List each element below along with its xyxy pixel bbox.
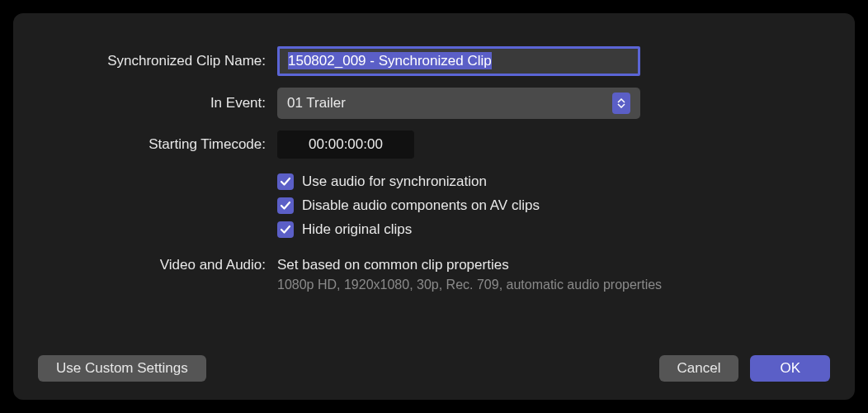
timecode-field [277, 131, 830, 159]
video-audio-label: Video and Audio: [38, 257, 277, 273]
checkboxes-row: Use audio for synchronization Disable au… [38, 170, 830, 245]
timecode-label: Starting Timecode: [38, 136, 277, 153]
use-custom-settings-button[interactable]: Use Custom Settings [38, 355, 206, 382]
disable-audio-checkbox[interactable] [277, 197, 294, 214]
checkmark-icon [280, 176, 291, 188]
checkmark-icon [280, 224, 291, 235]
in-event-field: 01 Trailer [277, 88, 830, 119]
disable-audio-checkbox-row[interactable]: Disable audio components on AV clips [277, 197, 830, 214]
clip-name-value: 150802_009 - Synchronized Clip [288, 52, 492, 69]
ok-button[interactable]: OK [750, 355, 830, 382]
video-audio-row: Video and Audio: Set based on common cli… [38, 257, 830, 292]
disable-audio-label: Disable audio components on AV clips [302, 197, 540, 214]
button-bar-right: Cancel OK [659, 355, 830, 382]
clip-name-label: Synchronized Clip Name: [38, 53, 277, 69]
timecode-input[interactable] [277, 131, 414, 159]
in-event-label: In Event: [38, 95, 277, 112]
up-down-arrows-icon [612, 93, 630, 114]
checkboxes-group: Use audio for synchronization Disable au… [277, 170, 830, 245]
clip-name-field: 150802_009 - Synchronized Clip [277, 46, 830, 76]
hide-original-label: Hide original clips [302, 221, 412, 238]
event-selected-value: 01 Trailer [287, 95, 346, 112]
video-audio-field: Set based on common clip properties 1080… [277, 257, 830, 292]
button-bar: Use Custom Settings Cancel OK [38, 355, 830, 382]
timecode-row: Starting Timecode: [38, 131, 830, 159]
synchronize-clip-dialog: Synchronized Clip Name: 150802_009 - Syn… [13, 13, 855, 400]
video-audio-summary: Set based on common clip properties [277, 257, 830, 273]
use-audio-checkbox[interactable] [277, 173, 294, 190]
hide-original-checkbox[interactable] [277, 221, 294, 238]
form: Synchronized Clip Name: 150802_009 - Syn… [38, 46, 830, 292]
hide-original-checkbox-row[interactable]: Hide original clips [277, 221, 830, 238]
checkmark-icon [280, 200, 291, 211]
use-audio-label: Use audio for synchronization [302, 173, 487, 190]
use-audio-checkbox-row[interactable]: Use audio for synchronization [277, 173, 830, 190]
clip-name-row: Synchronized Clip Name: 150802_009 - Syn… [38, 46, 830, 76]
event-select-wrap: 01 Trailer [277, 88, 640, 119]
clip-name-input[interactable]: 150802_009 - Synchronized Clip [277, 46, 640, 76]
video-audio-detail: 1080p HD, 1920x1080, 30p, Rec. 709, auto… [277, 278, 830, 292]
in-event-row: In Event: 01 Trailer [38, 88, 830, 119]
event-select[interactable]: 01 Trailer [277, 88, 640, 119]
cancel-button[interactable]: Cancel [659, 355, 739, 382]
